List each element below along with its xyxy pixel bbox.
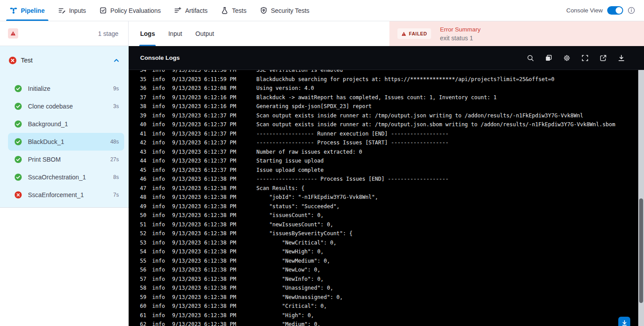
log-line-number: 41: [140, 129, 146, 139]
stage-section-name: Test: [21, 57, 33, 64]
stage-name: Background_1: [28, 120, 68, 128]
log-message: Blackduckhub searching for projects at: …: [256, 75, 554, 84]
log-line: 60info9/13/2023 6:12:38 PM "Critical": 0…: [129, 302, 644, 311]
log-message: Number of raw issues extracted: 0: [256, 147, 362, 157]
log-lines: 34info9/13/2023 6:11:58 PMSSL verificati…: [129, 70, 644, 326]
log-line: 37info9/13/2023 6:12:16 PMBlackduck -> a…: [129, 93, 644, 102]
stage-item[interactable]: Print SBOM27s: [8, 151, 124, 168]
tab-output[interactable]: Output: [196, 21, 214, 46]
log-line: 59info9/13/2023 6:12:38 PM "NewUnassigne…: [129, 293, 644, 302]
log-message: "NewHigh": 0,: [256, 247, 324, 256]
log-message: "issuesBySeverityCount": {: [256, 229, 353, 238]
artifacts-icon: [174, 7, 181, 14]
log-line: 58info9/13/2023 6:12:38 PM "Unassigned":…: [129, 283, 644, 293]
log-line-number: 49: [140, 202, 146, 211]
content-area: LogsInputOutput FAILED Error Summary exi…: [129, 21, 644, 326]
log-level: info: [152, 275, 165, 284]
console-header: Console Logs: [129, 46, 644, 70]
log-level: info: [152, 70, 165, 75]
log-timestamp: 9/13/2023 6:12:38 PM: [172, 229, 237, 238]
log-timestamp: 9/13/2023 6:12:16 PM: [172, 102, 237, 111]
stage-item[interactable]: BlackDuck_148s: [8, 133, 124, 151]
log-level: info: [152, 184, 165, 193]
log-line: 47info9/13/2023 6:12:38 PMScan Results: …: [129, 184, 644, 193]
stage-list: Initialize9sClone codebase3sBackground_1…: [0, 80, 129, 204]
scroll-to-bottom-button[interactable]: [618, 317, 630, 326]
failed-status-badge: FAILED: [397, 28, 431, 39]
log-timestamp: 9/13/2023 6:12:38 PM: [172, 302, 237, 311]
log-line-number: 57: [140, 275, 146, 284]
scrollbar-thumb[interactable]: [639, 198, 643, 303]
stage-item[interactable]: SscaOrchestration_18s: [8, 168, 124, 186]
console-view-label: Console View: [566, 7, 603, 14]
tab-inputs[interactable]: Inputs: [58, 0, 86, 21]
stage-item[interactable]: Background_1: [8, 115, 124, 133]
tab-security-tests[interactable]: Security Tests: [260, 0, 310, 21]
nav-tab-label: Artifacts: [185, 7, 208, 14]
log-timestamp: 9/13/2023 6:12:37 PM: [172, 138, 237, 147]
log-line: 45info9/13/2023 6:12:37 PMIssue upload c…: [129, 166, 644, 175]
scrollbar-track[interactable]: [638, 70, 644, 326]
log-timestamp: 9/13/2023 6:12:38 PM: [172, 320, 237, 326]
tab-input[interactable]: Input: [168, 21, 182, 46]
log-timestamp: 9/13/2023 6:12:37 PM: [172, 111, 237, 120]
console-view-toggle[interactable]: [607, 6, 623, 15]
log-line: 44info9/13/2023 6:12:37 PMStarting issue…: [129, 156, 644, 166]
tab-policy-evaluations[interactable]: Policy Evaluations: [99, 0, 161, 21]
log-line: 43info9/13/2023 6:12:37 PMNumber of raw …: [129, 147, 644, 157]
log-line-number: 56: [140, 265, 146, 275]
console-log-area: 34info9/13/2023 6:11:58 PMSSL verificati…: [129, 70, 644, 326]
download-icon[interactable]: [617, 54, 625, 62]
log-timestamp: 9/13/2023 6:12:38 PM: [172, 293, 237, 302]
log-line-number: 60: [140, 302, 146, 311]
log-line-number: 37: [140, 93, 146, 102]
log-level: info: [152, 129, 165, 139]
stage-sidebar: 1 stage Test Initialize9sClone codebase3…: [0, 21, 129, 326]
log-line: 55info9/13/2023 6:12:38 PM "NewMedium": …: [129, 256, 644, 266]
tab-logs[interactable]: Logs: [140, 21, 155, 46]
stage-section-test[interactable]: Test: [0, 46, 129, 74]
stage-item[interactable]: Clone codebase3s: [8, 97, 124, 115]
log-timestamp: 9/13/2023 6:12:38 PM: [172, 175, 237, 184]
stage-section: Test Initialize9sClone codebase3sBackgro…: [0, 46, 129, 208]
log-timestamp: 9/13/2023 6:11:59 PM: [172, 75, 237, 84]
stage-duration: 9s: [113, 85, 119, 92]
log-level: info: [152, 320, 165, 326]
stage-item[interactable]: Initialize9s: [8, 80, 124, 97]
log-line-number: 59: [140, 293, 146, 302]
log-line-number: 43: [140, 147, 146, 157]
tab-artifacts[interactable]: Artifacts: [174, 0, 208, 21]
log-line-number: 44: [140, 156, 146, 166]
open-in-new-icon[interactable]: [599, 54, 607, 62]
log-level: info: [152, 211, 165, 220]
nav-tab-label: Tests: [232, 7, 247, 14]
log-timestamp: 9/13/2023 6:12:37 PM: [172, 129, 237, 139]
tab-tests[interactable]: Tests: [221, 0, 247, 21]
tab-pipeline[interactable]: Pipeline: [10, 0, 45, 21]
copy-icon[interactable]: [545, 54, 553, 62]
fullscreen-icon[interactable]: [581, 54, 589, 62]
stage-item[interactable]: SscaEnforcement_17s: [8, 186, 124, 204]
stage-name: Print SBOM: [28, 156, 61, 163]
log-line: 48info9/13/2023 6:12:38 PM "jobId": "-n1…: [129, 193, 644, 202]
search-icon[interactable]: [526, 54, 534, 62]
settings-icon[interactable]: [563, 54, 571, 62]
log-line-number: 45: [140, 166, 146, 175]
info-icon[interactable]: [628, 7, 635, 14]
log-line: 62info9/13/2023 6:12:38 PM "Medium": 0,: [129, 320, 644, 326]
stage-duration: 27s: [110, 156, 119, 163]
inputs-icon: [58, 7, 66, 14]
topbar-right: Console View: [566, 6, 635, 15]
log-message: Starting issue upload: [256, 156, 324, 166]
chevron-up-icon[interactable]: [113, 57, 120, 64]
log-tabs: LogsInputOutput: [129, 21, 389, 46]
success-check-icon: [15, 103, 22, 110]
log-message: "NewInfo": 0,: [256, 275, 324, 284]
log-message: "Medium": 0,: [256, 320, 321, 326]
log-level: info: [152, 75, 165, 84]
log-line: 35info9/13/2023 6:11:59 PMBlackduckhub s…: [129, 75, 644, 84]
log-level: info: [152, 147, 165, 157]
log-level: info: [152, 302, 165, 311]
log-timestamp: 9/13/2023 6:12:38 PM: [172, 283, 237, 293]
log-message: "NewUnassigned": 0,: [256, 293, 343, 302]
